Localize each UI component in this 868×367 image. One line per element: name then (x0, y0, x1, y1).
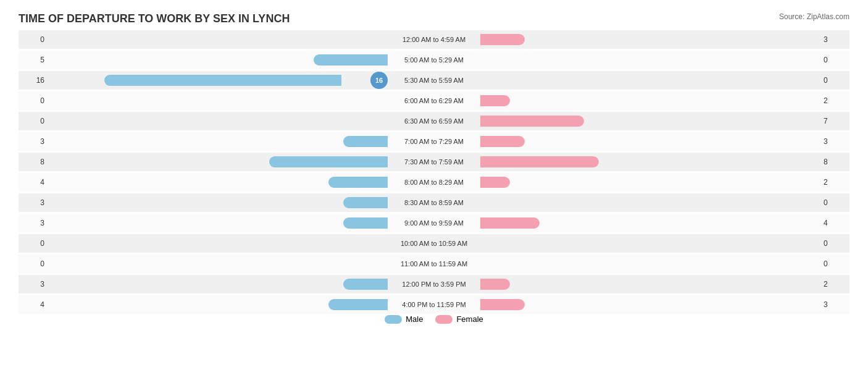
time-label: 6:00 AM to 6:29 AM (404, 97, 464, 104)
female-value: 0 (819, 239, 849, 248)
male-value: 0 (19, 259, 49, 268)
male-value: 3 (19, 280, 49, 289)
male-bar (314, 54, 388, 65)
male-value: 0 (19, 96, 49, 105)
chart-container: TIME OF DEPARTURE TO WORK BY SEX IN LYNC… (0, 0, 868, 367)
time-label: 4:00 PM to 11:59 PM (402, 301, 465, 308)
time-label: 12:00 AM to 4:59 AM (403, 36, 465, 43)
bars-center: 4:00 PM to 11:59 PM (49, 295, 819, 314)
table-row: 06:30 AM to 6:59 AM7 (19, 112, 849, 130)
female-value: 2 (819, 280, 849, 289)
bars-center: 10:00 AM to 10:59 AM (49, 234, 819, 253)
table-row: 87:30 AM to 7:59 AM8 (19, 153, 849, 171)
time-label: 7:00 AM to 7:29 AM (404, 138, 464, 145)
bars-center: 12:00 PM to 3:59 PM (49, 275, 819, 293)
male-value: 0 (19, 35, 49, 44)
male-value: 8 (19, 158, 49, 166)
table-row: 44:00 PM to 11:59 PM3 (19, 295, 849, 314)
female-value: 2 (819, 178, 849, 187)
circle-value-16: 16 (370, 72, 388, 89)
chart-area: 012:00 AM to 4:59 AM355:00 AM to 5:29 AM… (19, 30, 849, 298)
male-bar (104, 75, 341, 86)
bars-center: 7:00 AM to 7:29 AM (49, 132, 819, 151)
female-value: 4 (819, 219, 849, 227)
legend-female: Female (435, 314, 483, 324)
male-bar (343, 136, 388, 147)
male-swatch (385, 315, 402, 324)
table-row: 010:00 AM to 10:59 AM0 (19, 234, 849, 253)
bars-center: 8:00 AM to 8:29 AM (49, 173, 819, 192)
time-label: 7:30 AM to 7:59 AM (404, 158, 464, 166)
table-row: 38:30 AM to 8:59 AM0 (19, 193, 849, 212)
female-bar (480, 116, 584, 127)
chart-title: TIME OF DEPARTURE TO WORK BY SEX IN LYNC… (19, 12, 849, 25)
table-row: 48:00 AM to 8:29 AM2 (19, 173, 849, 192)
bars-center: 7:30 AM to 7:59 AM (49, 153, 819, 171)
male-value: 0 (19, 117, 49, 125)
legend: Male Female (19, 314, 849, 324)
time-label: 8:00 AM to 8:29 AM (404, 179, 464, 186)
female-label: Female (456, 314, 483, 324)
time-label: 12:00 PM to 3:59 PM (402, 281, 465, 288)
female-bar (480, 279, 510, 290)
table-row: 06:00 AM to 6:29 AM2 (19, 91, 849, 110)
time-label: 9:00 AM to 9:59 AM (404, 219, 464, 227)
male-value: 4 (19, 178, 49, 187)
female-bar (480, 34, 525, 45)
male-bar (328, 299, 388, 310)
female-bar (480, 156, 599, 167)
bars-center: 6:30 AM to 6:59 AM (49, 112, 819, 130)
table-row: 012:00 AM to 4:59 AM3 (19, 30, 849, 49)
male-bar (343, 197, 388, 208)
female-value: 2 (819, 96, 849, 105)
female-bar (480, 299, 525, 310)
female-bar (480, 95, 510, 106)
time-label: 6:30 AM to 6:59 AM (404, 117, 464, 125)
female-value: 3 (819, 137, 849, 146)
female-value: 0 (819, 198, 849, 207)
table-row: 312:00 PM to 3:59 PM2 (19, 275, 849, 293)
female-value: 0 (819, 56, 849, 64)
table-row: 165:30 AM to 5:59 AM160 (19, 71, 849, 90)
male-value: 3 (19, 137, 49, 146)
male-value: 3 (19, 219, 49, 227)
male-value: 4 (19, 300, 49, 309)
bars-center: 5:00 AM to 5:29 AM (49, 51, 819, 69)
female-bar (480, 217, 540, 229)
male-value: 0 (19, 239, 49, 248)
time-label: 5:00 AM to 5:29 AM (404, 56, 464, 64)
female-value: 8 (819, 158, 849, 166)
female-bar (480, 136, 525, 147)
male-bar-container (104, 75, 388, 86)
time-label: 11:00 AM to 11:59 AM (401, 260, 467, 268)
table-row: 37:00 AM to 7:29 AM3 (19, 132, 849, 151)
male-bar (269, 156, 388, 167)
table-row: 55:00 AM to 5:29 AM0 (19, 51, 849, 69)
female-value: 0 (819, 76, 849, 85)
source-label: Source: ZipAtlas.com (779, 12, 849, 21)
female-value: 3 (819, 300, 849, 309)
male-bar (328, 177, 388, 188)
bars-center: 5:30 AM to 5:59 AM16 (49, 71, 819, 90)
bars-center: 6:00 AM to 6:29 AM (49, 91, 819, 110)
time-label: 5:30 AM to 5:59 AM (404, 77, 464, 84)
male-value: 16 (19, 76, 49, 85)
female-value: 3 (819, 35, 849, 44)
female-bar (480, 177, 510, 188)
female-value: 0 (819, 259, 849, 268)
male-value: 5 (19, 56, 49, 64)
legend-male: Male (385, 314, 423, 324)
female-swatch (435, 315, 453, 324)
female-value: 7 (819, 117, 849, 125)
bars-center: 12:00 AM to 4:59 AM (49, 30, 819, 49)
male-bar (343, 217, 388, 229)
male-label: Male (406, 314, 423, 324)
time-label: 10:00 AM to 10:59 AM (401, 240, 467, 247)
male-bar (343, 279, 388, 290)
male-value: 3 (19, 198, 49, 207)
table-row: 39:00 AM to 9:59 AM4 (19, 214, 849, 232)
time-label: 8:30 AM to 8:59 AM (404, 199, 464, 206)
bars-center: 11:00 AM to 11:59 AM (49, 255, 819, 273)
bars-center: 8:30 AM to 8:59 AM (49, 193, 819, 212)
bars-center: 9:00 AM to 9:59 AM (49, 214, 819, 232)
